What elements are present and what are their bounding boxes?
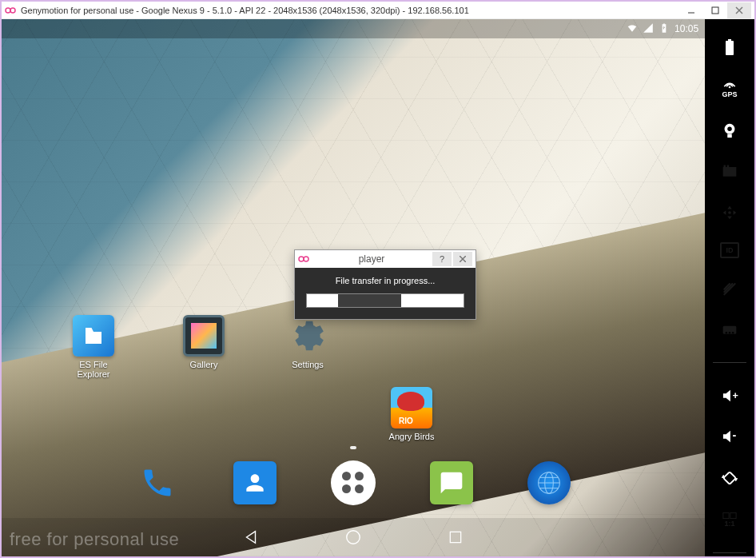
volume-up-button[interactable]: + [718,384,742,408]
android-statusbar[interactable]: 10:05 [2,19,705,38]
svg-point-11 [347,531,360,544]
ratio-label: 1:1 [725,520,735,528]
dock-phone[interactable] [136,461,179,504]
dock-browser[interactable] [527,461,571,504]
app-label: Angry Birds [380,432,443,441]
svg-point-1 [10,8,15,13]
svg-point-19 [729,86,731,88]
svg-rect-12 [450,532,460,542]
maximize-button[interactable] [703,2,727,18]
svg-rect-17 [726,41,734,55]
titlebar: Genymotion for personal use - Google Nex… [2,2,754,19]
svg-point-0 [6,8,10,13]
camera-widget-button[interactable] [718,118,742,142]
nav-recent-button[interactable] [444,526,467,548]
svg-rect-3 [712,7,718,14]
window-title: Genymotion for personal use - Google Nex… [21,6,679,15]
progress-bar [306,293,464,308]
network-widget-button[interactable] [718,276,742,300]
battery-widget-button[interactable] [718,35,742,59]
minimize-button[interactable] [679,2,703,18]
app-label: Settings [277,360,339,369]
svg-rect-34 [723,512,729,518]
svg-point-21 [727,126,732,131]
apps-drawer-button[interactable] [331,460,376,505]
svg-point-13 [299,257,304,261]
remote-widget-button[interactable] [718,201,742,225]
app-label: Gallery [173,360,235,369]
app-es-file-explorer[interactable]: ES File Explorer [62,315,125,379]
page-indicator [350,446,356,449]
svg-point-28 [726,332,728,334]
dock [2,451,705,515]
wifi-icon [627,22,638,36]
svg-rect-25 [727,165,730,168]
close-button[interactable] [727,2,751,18]
rotate-button[interactable] [718,466,742,490]
pixel-perfect-button[interactable]: 1:1 [718,508,742,532]
svg-point-26 [728,211,731,214]
capture-widget-button[interactable] [718,159,742,183]
dialog-title: player [312,253,431,265]
battery-icon [659,22,670,36]
app-settings[interactable]: Settings [277,315,339,369]
volume-down-button[interactable]: - [718,425,742,449]
svg-rect-33 [723,472,736,484]
panel-separator [713,552,746,553]
svg-text:+: + [733,389,738,401]
watermark-text: free for personal use [10,529,179,550]
app-gallery[interactable]: Gallery [173,315,235,369]
dialog-logo-icon [298,253,309,265]
dock-messages[interactable] [430,461,473,504]
svg-rect-23 [723,167,737,177]
phone-widget-button[interactable] [718,317,742,341]
nav-home-button[interactable] [342,526,364,548]
svg-rect-35 [730,512,736,518]
genymotion-sidebar: GPS ID + - [705,19,754,556]
svg-point-30 [732,332,734,334]
dialog-help-button[interactable]: ? [432,252,452,266]
svg-point-14 [304,257,308,261]
gps-label: GPS [722,90,738,98]
svg-point-29 [729,332,731,334]
app-logo-icon [5,5,16,16]
app-label: ES File Explorer [62,360,125,379]
gps-widget-button[interactable]: GPS [718,77,742,101]
svg-rect-22 [727,134,732,138]
app-angry-birds[interactable]: RIO Angry Birds [380,387,443,441]
dock-contacts[interactable] [233,461,277,504]
svg-rect-24 [724,165,726,168]
clock-text: 10:05 [674,23,698,34]
panel-separator [713,362,746,363]
svg-text:-: - [733,429,737,441]
nav-back-button[interactable] [240,526,262,548]
signal-icon [643,22,654,36]
identifier-widget-button[interactable]: ID [720,242,739,258]
device-screen: 10:05 ES File Explorer Gallery Settings [2,19,705,556]
svg-rect-18 [728,39,731,41]
main-window: Genymotion for personal use - Google Nex… [0,0,756,558]
dialog-close-button[interactable] [453,252,472,266]
id-label: ID [726,246,734,254]
dialog-message: File transfer in progress... [306,276,464,285]
transfer-dialog: player ? File transfer in progress... [294,249,476,320]
